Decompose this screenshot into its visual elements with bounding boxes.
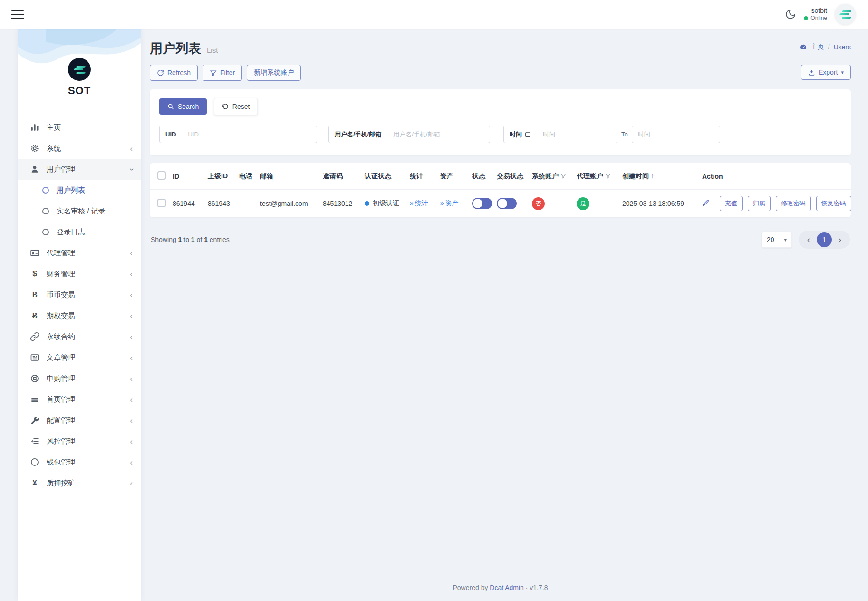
sidebar-item-article-management[interactable]: 文章管理 ‹ xyxy=(18,347,141,368)
footer-powered-by: Powered by xyxy=(453,584,488,591)
sidebar-item-login-logs[interactable]: 登录日志 xyxy=(18,222,141,242)
sidebar-item-label: 钱包管理 xyxy=(47,458,123,467)
table-header-row: ID 上级ID 电话 邮箱 邀请码 认证状态 统计 资产 状态 交易状态 系统账… xyxy=(150,163,851,190)
dark-mode-toggle[interactable] xyxy=(785,9,796,20)
filter-button[interactable]: Filter xyxy=(203,65,242,81)
chevron-left-icon: ‹ xyxy=(130,291,133,299)
brand-logo xyxy=(68,58,91,81)
column-filter-icon[interactable] xyxy=(560,173,566,180)
time-start-input[interactable] xyxy=(537,126,611,143)
sidebar-item-wallet-management[interactable]: 钱包管理 ‹ xyxy=(18,452,141,473)
column-filter-icon[interactable] xyxy=(605,173,611,180)
sidebar-item-label: 用户列表 xyxy=(57,186,133,195)
chevron-left-icon: ‹ xyxy=(130,333,133,341)
sidebar-item-kyc-records[interactable]: 实名审核 / 记录 xyxy=(18,201,141,222)
recharge-button[interactable]: 充值 xyxy=(720,196,743,211)
footer-brand-link[interactable]: Dcat Admin xyxy=(490,584,524,591)
per-page-select[interactable]: 20 ▾ xyxy=(762,232,792,248)
export-button[interactable]: Export ▾ xyxy=(801,65,851,80)
auth-status-label: 初级认证 xyxy=(373,199,399,207)
chevron-left-icon: ‹ xyxy=(130,312,133,320)
chain-link-icon xyxy=(30,332,39,341)
account-input[interactable] xyxy=(387,126,490,143)
cell-id: 861944 xyxy=(170,190,205,218)
double-angle-right-icon: » xyxy=(410,199,414,207)
assets-link[interactable]: »资产 xyxy=(440,199,459,207)
search-button[interactable]: Search xyxy=(159,98,207,115)
sidebar-submenu-user-management: 用户列表 实名审核 / 记录 登录日志 xyxy=(18,180,141,242)
chevron-left-icon: ‹ xyxy=(130,417,133,425)
status-toggle[interactable] xyxy=(472,198,492,209)
sidebar-item-risk-management[interactable]: 风控管理 ‹ xyxy=(18,431,141,452)
sidebar-item-system[interactable]: 系统 ‹ xyxy=(18,138,141,159)
uid-input[interactable] xyxy=(182,126,310,143)
time-start-filter-label: 时间 xyxy=(504,130,537,139)
breadcrumb-separator: / xyxy=(828,43,830,51)
user-menu[interactable]: sotbit Online xyxy=(804,7,827,21)
sidebar-item-user-list[interactable]: 用户列表 xyxy=(18,180,141,201)
sidebar-item-label: 风控管理 xyxy=(47,437,123,446)
funnel-icon xyxy=(210,69,217,77)
avatar[interactable] xyxy=(835,4,856,25)
chevron-down-icon: ‹ xyxy=(127,168,135,171)
col-system-account-label: 系统账户 xyxy=(532,172,559,180)
time-end-filter-group xyxy=(632,126,720,143)
row-checkbox[interactable] xyxy=(157,199,166,207)
change-password-button[interactable]: 修改密码 xyxy=(776,196,811,211)
list-bars-icon xyxy=(30,395,39,404)
stats-link[interactable]: »统计 xyxy=(410,199,428,207)
col-created-at: 创建时间↑ xyxy=(619,163,699,190)
next-page-button[interactable]: › xyxy=(834,235,846,245)
sidebar-item-homepage-management[interactable]: 首页管理 ‹ xyxy=(18,389,141,410)
breadcrumb-home-link[interactable]: 主页 xyxy=(811,43,824,51)
page-number-active[interactable]: 1 xyxy=(817,232,832,247)
trade-status-toggle[interactable] xyxy=(497,198,517,209)
sidebar-item-perpetual-contracts[interactable]: 永续合约 ‹ xyxy=(18,326,141,347)
add-system-account-button[interactable]: 新增系统账户 xyxy=(247,65,301,81)
col-invite-code: 邀请码 xyxy=(320,163,362,190)
col-action: Action xyxy=(699,163,851,190)
cell-phone xyxy=(236,190,257,218)
belong-button[interactable]: 归属 xyxy=(748,196,771,211)
prev-page-button[interactable]: ‹ xyxy=(802,235,815,245)
select-all-checkbox[interactable] xyxy=(157,171,166,180)
sort-asc-icon[interactable]: ↑ xyxy=(651,172,654,180)
sidebar-item-options-trading[interactable]: Ƀ 期权交易 ‹ xyxy=(18,305,141,326)
col-agent-account: 代理账户 xyxy=(574,163,619,190)
sidebar-item-agent-management[interactable]: 代理管理 ‹ xyxy=(18,242,141,263)
chevron-left-icon: ‹ xyxy=(130,479,133,487)
sidebar: SOT 主页 系统 ‹ xyxy=(18,29,141,601)
sidebar-item-finance-management[interactable]: $ 财务管理 ‹ xyxy=(18,263,141,284)
double-angle-right-icon: » xyxy=(440,199,444,207)
col-stats: 统计 xyxy=(407,163,437,190)
auth-status-dot-icon xyxy=(365,201,369,206)
sidebar-toggle-button[interactable] xyxy=(11,10,24,19)
sidebar-item-spot-trading[interactable]: B 币币交易 ‹ xyxy=(18,284,141,305)
sidebar-item-home[interactable]: 主页 xyxy=(18,117,141,138)
cell-email: test@gmail.com xyxy=(257,190,320,218)
sidebar-item-subscription-management[interactable]: 申购管理 ‹ xyxy=(18,368,141,389)
per-page-value: 20 xyxy=(767,236,774,243)
sidebar-item-label: 期权交易 xyxy=(47,311,123,320)
time-end-input[interactable] xyxy=(632,126,719,143)
chevron-left-icon: ‹ xyxy=(130,458,133,466)
sidebar-item-label: 主页 xyxy=(47,123,133,132)
pager: ‹ 1 › xyxy=(799,231,850,249)
sidebar-item-staking-mining[interactable]: ¥ 质押挖矿 ‹ xyxy=(18,473,141,494)
online-status: Online xyxy=(810,15,827,21)
edit-icon[interactable] xyxy=(702,201,710,208)
admin-app: sotbit Online SOT xyxy=(0,0,868,601)
col-created-at-label: 创建时间 xyxy=(622,172,649,180)
dollar-icon: $ xyxy=(30,269,39,279)
sidebar-item-config-management[interactable]: 配置管理 ‹ xyxy=(18,410,141,431)
chart-bar-icon xyxy=(30,123,39,132)
search-label: Search xyxy=(178,103,199,110)
refresh-button[interactable]: Refresh xyxy=(150,65,198,81)
col-assets: 资产 xyxy=(437,163,469,190)
reset-button[interactable]: Reset xyxy=(214,98,258,115)
restore-password-button[interactable]: 恢复密码 xyxy=(816,196,851,211)
sidebar-item-label: 用户管理 xyxy=(47,165,123,174)
chevron-left-icon: ‹ xyxy=(130,354,133,362)
online-dot-icon xyxy=(804,16,808,20)
sidebar-item-user-management[interactable]: 用户管理 ‹ xyxy=(18,159,141,180)
